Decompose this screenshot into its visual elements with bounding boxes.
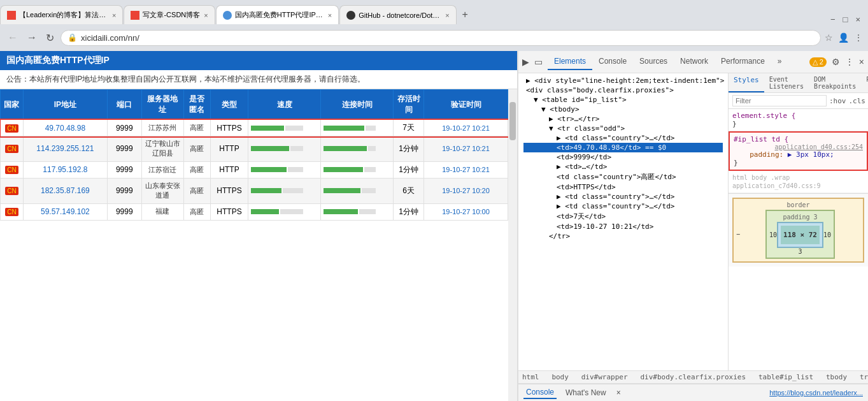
dom-line[interactable]: ▶ <td class="country">…</td> <box>523 133 723 143</box>
connect-bar <box>324 209 390 214</box>
devtools-tab-network[interactable]: Network <box>674 54 715 70</box>
td-connect <box>321 161 394 178</box>
dom-line[interactable]: ▶ <td class="country">…</td> <box>523 192 723 201</box>
box-tool-icon[interactable]: ▭ <box>534 57 543 67</box>
ip-link[interactable]: 182.35.87.169 <box>41 186 90 195</box>
dom-line[interactable]: ▶ <td class="country">…</td> <box>523 201 723 211</box>
tab-close-2[interactable]: × <box>204 11 208 19</box>
addr-text: 辽宁鞍山市辽阳县 <box>145 140 180 157</box>
whats-new-tab[interactable]: What's New <box>563 387 609 398</box>
breadcrumb-tbody[interactable]: tbody <box>826 373 847 381</box>
tab-close-1[interactable]: × <box>112 11 116 19</box>
styles-tab-event[interactable]: Event Listeners <box>764 73 809 92</box>
cls-badge[interactable]: .cls <box>849 97 866 105</box>
dom-line[interactable]: <td class="country">高匿</td> <box>523 171 723 182</box>
dom-line[interactable]: ▶ <div style="line-height:2em;text-inden… <box>523 76 723 85</box>
tab-csdn[interactable]: 写文章-CSDN博客 × <box>124 5 215 24</box>
dom-line[interactable]: ▶ <tr>…</tr> <box>523 114 723 124</box>
td-ip[interactable]: 117.95.192.8 <box>23 161 107 178</box>
dom-line[interactable]: <div class="body.clearfix.proxies"> <box>523 85 723 95</box>
devtools-body: ▶ <div style="line-height:2em;text-inden… <box>518 73 868 370</box>
tab-leaderxin[interactable]: 【Leaderxin的博客】算法_排序... × <box>0 5 123 24</box>
dom-line[interactable]: </tr> <box>523 231 723 241</box>
ip-link[interactable]: 59.57.149.102 <box>41 207 90 216</box>
styles-tab-dom-bp[interactable]: DOM Breakpoints <box>809 73 861 92</box>
td-ip[interactable]: 59.57.149.102 <box>23 203 107 220</box>
verify-time: 19-10-27 10:20 <box>442 187 490 194</box>
css-rule-iplist: #ip_list td { application_d40.css:254 pa… <box>729 131 868 171</box>
td-country: CN <box>1 120 24 136</box>
breadcrumb-clearfix[interactable]: div#body.clearfix.proxies <box>640 373 746 381</box>
ip-link[interactable]: 117.95.192.8 <box>43 165 87 174</box>
cursor-tool-icon[interactable]: ▶ <box>522 57 529 67</box>
dom-line[interactable]: <td>7天</td> <box>523 211 723 222</box>
webpage-panel: 国内高匿免费HTTP代理IP 公告：本站所有代理IP地址均收集整理自国内公开互联… <box>0 51 517 401</box>
td-ip[interactable]: 182.35.87.169 <box>23 178 107 203</box>
devtools-more-icon[interactable]: ⋮ <box>845 57 854 67</box>
devtools-settings-icon[interactable]: ⚙ <box>832 57 840 67</box>
console-close-button[interactable]: × <box>616 388 621 397</box>
flag-cn: CN <box>5 208 18 216</box>
connect-filled <box>324 167 363 172</box>
devtools-toolbar: ▶ ▭ Elements Console Sources Network Per… <box>518 51 868 73</box>
tab-title-4: GitHub - dotnetcore/DotnetS... <box>359 11 441 19</box>
verify-time: 19-10-27 10:21 <box>442 166 490 173</box>
devtools-tab-performance[interactable]: Performance <box>715 54 771 70</box>
breadcrumb-wrapper[interactable]: div#wrapper <box>581 373 628 381</box>
filter-row: :hov .cls + <box>729 93 868 109</box>
dom-line[interactable]: <td>19-10-27 10:21</td> <box>523 222 723 231</box>
hov-badge[interactable]: :hov <box>829 97 846 105</box>
dom-line[interactable]: ▼ <tr class="odd"> <box>523 124 723 133</box>
speed-bar <box>251 126 318 131</box>
td-ip[interactable]: 49.70.48.98 <box>23 120 107 136</box>
new-tab-button[interactable]: + <box>457 5 473 24</box>
td-ip[interactable]: 114.239.255.121 <box>23 136 107 162</box>
speed-bar <box>251 146 318 151</box>
tab-proxy[interactable]: 国内高匿免费HTTP代理IP_第1页 × <box>216 5 339 24</box>
close-button[interactable]: × <box>855 15 860 24</box>
css-prop-padding: padding: <box>734 150 783 159</box>
tab-close-3[interactable]: × <box>328 11 332 19</box>
dom-line[interactable]: <td>HTTPS</td> <box>523 182 723 192</box>
tab-title-2: 写文章-CSDN博客 <box>143 10 200 20</box>
forward-button[interactable]: → <box>24 31 39 45</box>
filter-input[interactable] <box>732 95 827 106</box>
css-source-iplist[interactable]: application_d40.css:254 <box>775 143 863 150</box>
ip-link[interactable]: 114.239.255.121 <box>36 144 94 153</box>
tab-close-4[interactable]: × <box>445 11 449 19</box>
dom-line[interactable]: ▼ <tbody> <box>523 105 723 114</box>
devtools-tab-console[interactable]: Console <box>592 54 633 70</box>
breadcrumb-html[interactable]: html <box>522 373 539 381</box>
dom-line[interactable]: <td>9999</td> <box>523 152 723 162</box>
ip-link[interactable]: 49.70.48.98 <box>45 124 85 133</box>
styles-tab-props[interactable]: Properties <box>861 73 868 92</box>
styles-panel: Styles Event Listeners DOM Breakpoints P… <box>728 73 868 370</box>
devtools-tab-sources[interactable]: Sources <box>633 54 674 70</box>
dom-line[interactable]: ▼ <table id="ip_list"> <box>523 95 723 105</box>
breadcrumb-trodd[interactable]: tr.odd <box>860 373 868 381</box>
styles-tab-styles[interactable]: Styles <box>729 73 764 92</box>
dom-line[interactable]: ▶ <td>…</td> <box>523 162 723 171</box>
breadcrumb-iplist[interactable]: table#ip_list <box>758 373 813 381</box>
connect-empty <box>362 188 376 193</box>
td-country: CN <box>1 136 24 162</box>
td-type: HTTP <box>210 161 248 178</box>
table-scroll: 国家 IP地址 端口 服务器地址 是否匿名 类型 速度 连接时间 存活时间 验证… <box>0 89 508 401</box>
devtools-close-icon[interactable]: × <box>859 57 864 67</box>
dom-line[interactable]: <td>49.70.48.98</td> == $0 <box>523 143 723 152</box>
devtools-tab-elements[interactable]: Elements <box>548 54 592 70</box>
breadcrumb-body[interactable]: body <box>551 373 569 381</box>
reload-button[interactable]: ↻ <box>43 31 57 45</box>
console-tab[interactable]: Console <box>523 386 557 399</box>
menu-icon[interactable]: ⋮ <box>854 33 863 43</box>
bookmark-icon[interactable]: ☆ <box>825 33 833 43</box>
blog-link[interactable]: https://blog.csdn.net/leaderx... <box>769 389 863 397</box>
profile-icon[interactable]: 👤 <box>838 33 849 43</box>
devtools-tab-more[interactable]: » <box>771 54 788 70</box>
back-button[interactable]: ← <box>5 31 20 45</box>
tab-github[interactable]: GitHub - dotnetcore/DotnetS... × <box>339 5 456 24</box>
address-box[interactable]: 🔒 xicidaili.com/nn/ <box>60 30 821 46</box>
maximize-button[interactable]: □ <box>843 15 848 24</box>
minimize-button[interactable]: − <box>830 15 836 24</box>
scroll-thumb[interactable] <box>509 102 516 140</box>
